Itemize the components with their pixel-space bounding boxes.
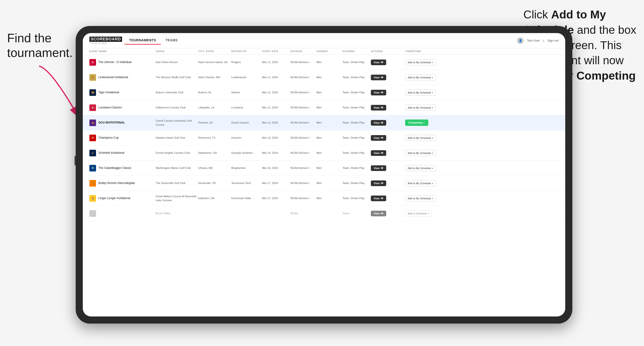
powered-by: Powered by clippd [90,42,122,44]
view-button[interactable]: View 👁 [371,165,386,171]
view-button[interactable]: View 👁 [371,211,386,216]
col-hosted-by: HOSTED BY [231,50,262,53]
city-state-cell: Statesboro, GA [198,151,231,155]
event-name: Tiger Invitational [98,91,119,94]
view-button[interactable]: View 👁 [371,150,386,156]
division-cell: NCAA Division I [290,121,316,125]
user-name: Test User [527,39,540,42]
start-date-cell: Mar 15, 2024 [262,151,290,155]
event-name: Louisiana Classics [98,106,122,110]
division-cell: NCAA [290,211,316,215]
event-name-cell: 🦅 Schenkel Invitational [90,150,156,156]
add-to-schedule-button[interactable]: Add to My Schedule + [405,165,436,171]
city-state-cell: Saint Simons Island, GA [198,60,231,64]
view-button[interactable]: View 👁 [371,105,386,111]
actions-cell: View 👁 [371,180,405,186]
division-cell: NCAA Division I [290,136,316,140]
actions-cell: View 👁 [371,211,405,216]
hosted-by-cell: Binghamton [231,166,262,170]
venue-cell: The Sevierville Golf Club [156,181,198,185]
scoring-cell: Team, Stroke Play [342,181,371,185]
add-to-schedule-button[interactable]: Add to Schedule + [405,210,432,217]
table-header-row: EVENT NAME VENUE CITY, STATE HOSTED BY S… [83,48,565,55]
hosted-by-cell: Rutgers [231,60,262,64]
division-cell: NCAA Division I [290,106,316,109]
add-to-schedule-button[interactable]: Add to My Schedule + [405,59,436,65]
col-scoring: SCORING [342,50,371,53]
city-state-cell: Eatonton, GA [198,196,231,200]
team-logo: 🦅 [90,150,96,156]
add-to-schedule-button[interactable]: Add to My Schedule + [405,90,436,96]
view-button[interactable]: View 👁 [371,120,386,126]
add-to-schedule-button[interactable]: Add to My Schedule + [405,195,436,201]
add-to-schedule-button[interactable]: Add to My Schedule + [405,150,436,156]
add-to-schedule-button[interactable]: Add to My Schedule + [405,105,436,111]
col-event-name: EVENT NAME [90,50,156,53]
city-state-cell: Richmond, TX [198,136,231,140]
actions-cell: View 👁 [371,120,405,126]
competing-cell: Add to My Schedule + [405,150,450,156]
gender-cell: Men [316,121,342,125]
add-to-schedule-button[interactable]: Add to My Schedule + [405,180,436,186]
table-row-gcu: ⛰ GCU INVITATIONAL Grand Canyon Universi… [83,115,565,130]
hosted-by-cell: Auburn [231,90,262,94]
city-state-cell: Saint Charles, MO [198,75,231,79]
view-button[interactable]: View 👁 [371,180,386,186]
actions-cell: View 👁 [371,59,405,65]
view-button[interactable]: View 👁 [371,90,386,95]
city-state-cell: Lafayette, LA [198,106,231,109]
tab-teams[interactable]: TEAMS [161,36,182,45]
view-button[interactable]: View 👁 [371,75,386,80]
competing-cell: Competing ✓ [405,120,450,126]
event-name: The Carpetbagger Classic [98,166,131,170]
app-header: SCOREBOARD Powered by clippd TOURNAMENTS… [83,33,565,48]
actions-cell: View 👁 [371,165,405,171]
venue-cell: Worthington Manor Golf Club [156,166,198,170]
gender-cell: Men [316,136,342,140]
view-button[interactable]: View 👁 [371,195,386,201]
gender-cell: Men [316,181,342,185]
venue-cell: The Missouri Bluffs Golf Club [156,75,198,79]
event-name-cell: 🐯 Tiger Invitational [90,89,156,96]
venue-cell: Great Waters Course At Reynolds Lake Oco… [156,194,198,202]
division-cell: NCAA Division I [290,75,316,79]
actions-cell: View 👁 [371,195,405,201]
team-logo: 🦁 [90,74,96,81]
competing-cell: Add to My Schedule + [405,165,450,171]
hosted-by-cell: Georgia Southern [231,151,262,155]
team-logo: 🐯 [90,89,96,96]
city-state-cell: Urbana, MD [198,166,231,170]
add-to-schedule-button[interactable]: Add to My Schedule + [405,74,436,81]
table-row: 🐅 Bobby Nichols Intercollegiate The Sevi… [83,176,565,191]
team-logo: ⚜ [90,104,96,111]
start-date-cell: Mar 11, 2024 [262,60,290,64]
add-to-schedule-button[interactable]: Add to My Schedule + [405,135,436,141]
table-row: R The Johnnie - O Individual Sea Palms R… [83,55,565,70]
hosted-by-cell: Grand Canyon [231,121,262,125]
gender-cell: Men [316,166,342,170]
separator: | [543,39,544,42]
view-button[interactable]: View 👁 [371,135,386,141]
event-name-cell: B The Carpetbagger Classic [90,165,156,172]
team-logo: H [90,135,96,141]
venue-cell: Forest Heights Country Club [156,151,198,155]
tab-tournaments[interactable]: TOURNAMENTS [124,36,161,45]
competing-cell: Add to My Schedule + [405,59,450,65]
start-date-cell: Mar 17, 2024 [262,196,290,200]
scoring-cell: Team, Stroke Play [342,106,371,109]
venue-cell: Oakbourne Country Club [156,106,198,109]
competing-cell: Add to My Schedule + [405,105,450,111]
col-division: DIVISION [290,50,316,53]
start-date-cell: Mar 16, 2024 [262,166,290,170]
table-body: R The Johnnie - O Individual Sea Palms R… [83,55,565,317]
col-actions: ACTIONS [371,50,405,53]
user-avatar: 👤 [517,37,524,44]
event-name-cell: H Champions Cup [90,135,156,141]
competing-button[interactable]: Competing ✓ [405,120,428,126]
event-name-cell: 🦁 Lindenwood Invitational [90,74,156,81]
sign-out-link[interactable]: Sign out [547,39,558,42]
competing-cell: Add to My Schedule + [405,195,450,201]
view-button[interactable]: View 👁 [371,59,386,65]
scoring-cell: Team, Stroke Play [342,196,371,200]
scoring-cell: Team, Stroke Play [342,136,371,140]
